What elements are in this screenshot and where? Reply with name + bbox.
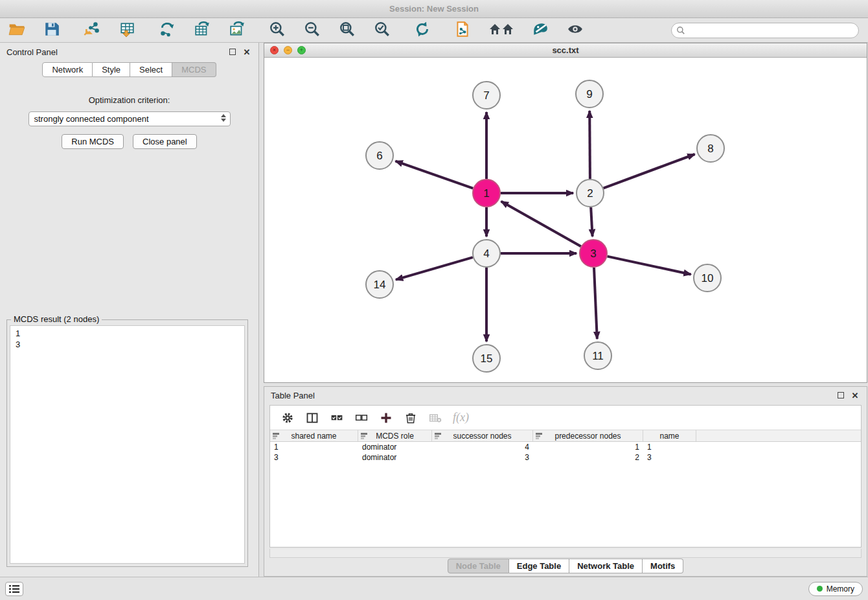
cell-name[interactable]: 3: [643, 452, 696, 463]
edge-4-14[interactable]: [396, 257, 473, 280]
clipboard-network-button[interactable]: [452, 20, 473, 41]
window-close-button[interactable]: ×: [270, 46, 279, 54]
table-float-button[interactable]: [836, 390, 846, 400]
node-label-11: 11: [592, 350, 604, 362]
cell-predecessor-nodes[interactable]: 2: [533, 452, 643, 463]
tab-network-table[interactable]: Network Table: [569, 559, 643, 573]
window-minimize-button[interactable]: −: [284, 46, 292, 54]
network-canvas[interactable]: 7968124314101511: [264, 58, 867, 382]
column-label: name: [659, 432, 679, 441]
import-network-button[interactable]: [82, 20, 102, 41]
plus-icon: [380, 411, 393, 424]
search-input[interactable]: [671, 23, 859, 38]
edge-2-3[interactable]: [591, 207, 592, 237]
task-history-button[interactable]: [5, 582, 23, 596]
import-table-button[interactable]: [117, 20, 137, 41]
delete-column-button[interactable]: [404, 411, 418, 425]
table-row[interactable]: 3 dominator 3 2 3: [270, 452, 861, 463]
table-settings-button[interactable]: [280, 411, 295, 425]
edge-3-11[interactable]: [594, 268, 597, 339]
cell-mcds-role[interactable]: dominator: [358, 452, 432, 463]
zoom-selected-button[interactable]: [372, 20, 393, 41]
memory-status-icon: [817, 586, 823, 592]
close-panel-button-cp[interactable]: Close panel: [133, 134, 197, 149]
tab-edge-table[interactable]: Edge Table: [509, 559, 569, 573]
zoom-out-button[interactable]: [302, 20, 323, 41]
cell-mcds-role[interactable]: dominator: [358, 442, 432, 452]
edge-2-9[interactable]: [589, 111, 590, 179]
deselect-all-icon: [355, 411, 368, 424]
table-tabs: Node Table Edge Table Network Table Moti…: [264, 559, 867, 573]
column-header-name[interactable]: name: [643, 430, 696, 441]
edge-3-10[interactable]: [608, 257, 691, 275]
save-session-button[interactable]: [41, 20, 62, 41]
export-image-icon: [229, 21, 246, 40]
refresh-icon: [414, 21, 431, 40]
criterion-dropdown[interactable]: strongly connected component: [29, 111, 231, 126]
tab-style[interactable]: Style: [93, 62, 130, 77]
mcds-result-list[interactable]: 1 3: [10, 325, 245, 564]
open-file-button[interactable]: [6, 20, 27, 41]
window-maximize-button[interactable]: +: [297, 46, 306, 54]
network-from-url-button[interactable]: [157, 20, 177, 41]
list-icon: [9, 584, 19, 594]
network-graph[interactable]: 7968124314101511: [264, 58, 867, 382]
edge-1-6[interactable]: [396, 161, 474, 189]
export-table-button[interactable]: [192, 20, 212, 41]
deselect-all-button[interactable]: [354, 411, 369, 425]
table-close-button[interactable]: ✕: [850, 390, 860, 400]
memory-button[interactable]: Memory: [808, 582, 863, 596]
edge-2-8[interactable]: [604, 154, 695, 188]
column-header-mcds-role[interactable]: MCDS role: [358, 430, 432, 441]
tab-motifs[interactable]: Motifs: [643, 559, 683, 573]
column-label: predecessor nodes: [554, 432, 621, 441]
show-graphics-button[interactable]: [565, 20, 586, 41]
cell-successor-nodes[interactable]: 3: [432, 452, 533, 463]
optimization-criterion-label: Optimization criterion:: [0, 95, 258, 105]
cell-successor-nodes[interactable]: 4: [432, 442, 533, 452]
cell-name[interactable]: 1: [643, 442, 696, 452]
node-table-container: f(x) shared name MCDS role successor nod…: [269, 405, 862, 548]
table-row[interactable]: 1 dominator 4 1 1: [270, 442, 861, 452]
home-networks-button[interactable]: [487, 20, 516, 41]
zoom-in-button[interactable]: [267, 20, 288, 41]
column-header-shared-name[interactable]: shared name: [270, 430, 358, 441]
tab-mcds[interactable]: MCDS: [172, 62, 216, 77]
function-builder-button[interactable]: f(x): [453, 411, 469, 424]
dropdown-stepper-icon: [221, 114, 226, 122]
close-panel-button[interactable]: ✕: [242, 47, 252, 57]
delete-table-button[interactable]: [428, 411, 442, 425]
select-all-button[interactable]: [330, 411, 344, 425]
table-panel-header: Table Panel ✕: [264, 387, 867, 404]
refresh-layout-button[interactable]: [412, 20, 433, 41]
tab-network[interactable]: Network: [42, 62, 93, 77]
tab-node-table[interactable]: Node Table: [448, 559, 509, 573]
column-type-icon: [273, 433, 279, 439]
column-header-predecessor-nodes[interactable]: predecessor nodes: [533, 430, 643, 441]
control-panel-title: Control Panel: [6, 47, 223, 57]
float-panel-button[interactable]: [227, 47, 238, 57]
cell-predecessor-nodes[interactable]: 1: [533, 442, 643, 452]
control-panel: Control Panel ✕ Network Style Select MCD…: [0, 43, 259, 577]
column-header-successor-nodes[interactable]: successor nodes: [432, 430, 533, 441]
edge-3-1[interactable]: [501, 202, 581, 246]
node-label-6: 6: [376, 150, 382, 162]
tab-select[interactable]: Select: [130, 62, 172, 77]
home-networks-icon: [488, 21, 514, 40]
column-label: MCDS role: [376, 432, 414, 441]
cell-shared-name[interactable]: 3: [270, 452, 358, 463]
run-mcds-button[interactable]: Run MCDS: [62, 134, 124, 149]
show-columns-button[interactable]: [305, 411, 319, 425]
style-paint-button[interactable]: [530, 20, 551, 41]
mcds-result-title: MCDS result (2 nodes): [11, 314, 102, 324]
network-window-titlebar: × − + scc.txt: [264, 43, 867, 58]
network-view-window: × − + scc.txt 7968124314101511: [264, 43, 867, 383]
close-icon: ✕: [244, 47, 251, 57]
export-image-button[interactable]: [227, 20, 247, 41]
table-scrollbar-track[interactable]: [269, 549, 862, 558]
cell-shared-name[interactable]: 1: [270, 442, 358, 452]
zoom-fit-button[interactable]: [337, 20, 358, 41]
import-network-icon: [84, 21, 100, 40]
mcds-result-group: MCDS result (2 nodes) 1 3: [6, 319, 248, 567]
create-column-button[interactable]: [379, 411, 393, 425]
